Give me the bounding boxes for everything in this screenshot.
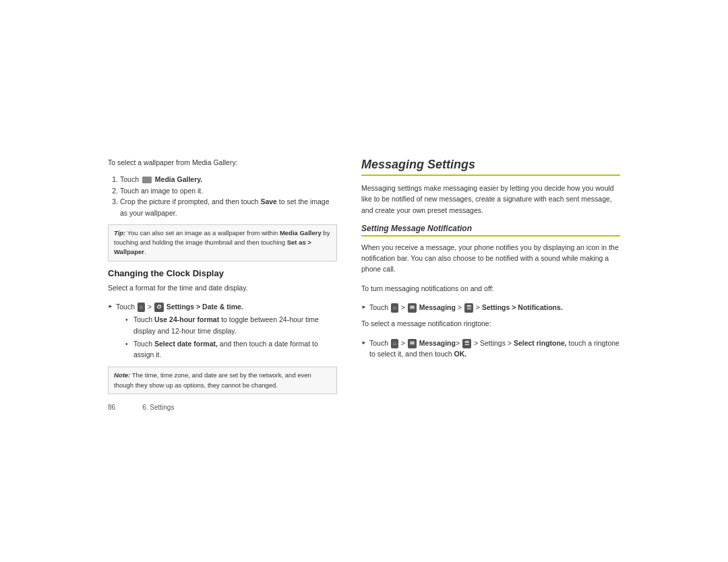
sub2-bold: Select date format, [154,340,218,348]
turn-on-bullet: Touch ⌂ > ✉ Messaging > ☰ > Settings > N… [361,302,620,313]
ringtone-bullet: Touch ⌂ > ✉ Messaging> ☰ > Settings > Se… [361,338,620,360]
select-ringtone: Select ringtone, [514,339,567,347]
arrow-notif: > [401,303,407,311]
clock-heading: Changing the Clock Display [108,268,337,278]
steps-list: Touch Media Gallery. Touch an image to o… [108,174,337,219]
step-2: Touch an image to open it. [120,185,337,197]
notification-heading: Setting Message Notification [361,224,620,237]
notification-body: When you receive a message, your phone n… [361,242,620,275]
turn-on-bullet-list: Touch ⌂ > ✉ Messaging > ☰ > Settings > N… [361,302,620,313]
note-text: The time, time zone, and date are set by… [114,371,311,388]
clock-main-bullet: Touch ⌂ > ⏱ Settings > Date & time. Touc… [108,301,337,360]
touch-label: Touch [116,303,137,311]
page-number: 86 [108,404,115,411]
clock-intro: Select a format for the time and date di… [108,282,337,293]
step-3: Crop the picture if prompted, and then t… [120,196,337,219]
sub1-before: Touch [133,315,154,323]
messaging-text-notif: Messaging > [419,303,464,311]
step-1: Touch Media Gallery. [120,174,337,185]
turn-on-label: To turn messaging notifications on and o… [361,283,620,294]
tip-label: Tip: [114,229,125,237]
step1-touch: Touch [120,175,141,183]
footer: 86 6. Settings [108,404,620,411]
touch-label-notif: Touch [369,303,390,311]
left-column: To select a wallpaper from Media Gallery… [108,158,337,394]
step3-before: Crop the picture if prompted, and then t… [120,197,260,206]
messaging-intro: Messaging settings make messaging easier… [361,183,620,216]
arrow1: > [148,303,154,311]
sub-bullet-24h: Touch Use 24-hour format to toggle betwe… [125,314,337,336]
main-title: Messaging Settings [361,158,620,176]
wallpaper-intro: To select a wallpaper from Media Gallery… [108,158,337,168]
settings-ring: > Settings > [474,339,514,347]
messaging-icon-ring: ✉ [408,339,417,348]
home-icon: ⌂ [138,303,145,312]
arrow-ring: > [401,339,407,347]
page: To select a wallpaper from Media Gallery… [0,0,728,562]
clock-icon: ⏱ [154,303,164,312]
menu-icon-ring: ☰ [462,339,471,348]
sub-bullet-date-format: Touch Select date format, and then touch… [125,338,337,361]
clock-sub-bullets: Touch Use 24-hour format to toggle betwe… [116,314,337,360]
sub2-before: Touch [133,340,154,348]
ringtone-bullet-list: Touch ⌂ > ✉ Messaging> ☰ > Settings > Se… [361,338,620,360]
clock-bullet-list: Touch ⌂ > ⏱ Settings > Date & time. Touc… [108,301,337,360]
step3-save: Save [260,197,277,206]
right-column: Messaging Settings Messaging settings ma… [361,158,620,365]
ringtone-label: To select a message notification rington… [361,318,620,329]
messaging-icon-notif: ✉ [408,303,417,313]
tip-box: Tip: You can also set an image as a wall… [108,224,337,261]
menu-icon-notif: ☰ [464,303,473,313]
home-icon-ring: ⌂ [391,339,398,348]
section-label: 6. Settings [142,404,174,411]
home-icon-notif: ⌂ [391,303,398,313]
touch-label-ring: Touch [369,339,390,347]
settings-notif: > Settings > Notifications. [476,303,563,311]
content-area: To select a wallpaper from Media Gallery… [108,151,620,394]
settings-date: Settings > Date & time. [166,303,243,311]
step1-bold: Media Gallery. [155,175,202,183]
note-label: Note: [114,371,130,379]
note-box: Note: The time, time zone, and date are … [108,367,337,394]
media-gallery-icon [142,177,152,183]
messaging-text-ring: Messaging> [419,339,462,347]
sub1-bold: Use 24-hour format [154,315,219,323]
tip-text: You can also set an image as a wallpaper… [114,229,330,256]
